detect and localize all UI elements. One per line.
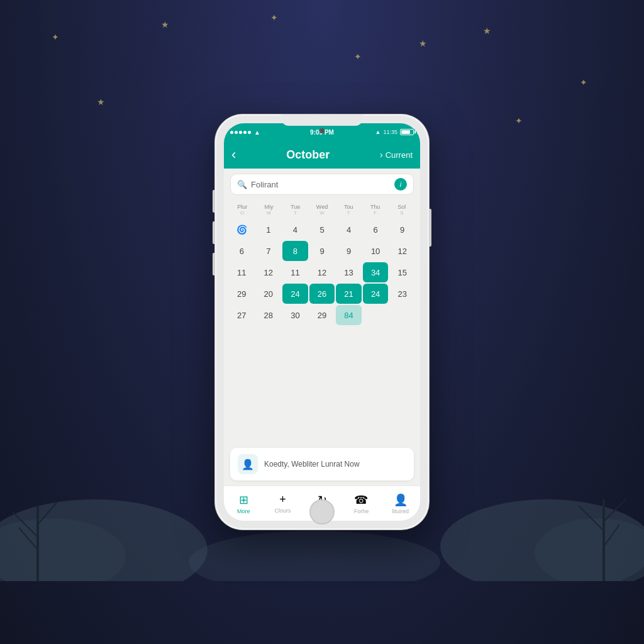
phone-notch — [281, 114, 363, 126]
header-title: October — [286, 148, 330, 162]
nav-label-0: More — [237, 508, 250, 514]
signal-dot-1 — [230, 131, 233, 134]
cal-cell-2-4[interactable]: 13 — [336, 262, 362, 282]
phone-frame: ▲ 9:09 PM ▲ 11:35 ‹ October › Current � — [215, 114, 429, 530]
cal-cell-4-0[interactable]: 27 — [229, 305, 255, 325]
carrier-time: 11:35 — [383, 129, 397, 135]
cal-cell-2-3[interactable]: 12 — [309, 262, 335, 282]
day-headers: PlurOMiyMTueTWedWTouTThuFSolS — [229, 203, 415, 217]
day-header-2: TueT — [282, 203, 309, 217]
cal-cell-2-6[interactable]: 15 — [389, 262, 415, 282]
nav-label-4: lituired — [392, 508, 409, 514]
search-info-button[interactable]: i — [394, 178, 407, 191]
event-text: Koedty, Webliter Lunrat Now — [264, 460, 360, 469]
event-card[interactable]: 👤 Koedty, Webliter Lunrat Now — [230, 448, 414, 480]
search-container: 🔍 Folirant i — [224, 169, 420, 200]
nav-label-3: Forhe — [354, 508, 369, 514]
nav-item-more[interactable]: ⊞More — [224, 493, 263, 514]
search-icon: 🔍 — [237, 180, 247, 189]
signal-dot-3 — [239, 131, 242, 134]
event-area: 👤 Koedty, Webliter Lunrat Now — [224, 443, 420, 486]
cal-cell-0-1[interactable]: 1 — [256, 219, 282, 240]
cal-cell-1-1[interactable]: 7 — [256, 241, 282, 261]
calendar-grid: 🌀145469678991012111211121334152920242621… — [229, 219, 415, 325]
calendar-header: ‹ October › Current — [224, 141, 420, 169]
cal-cell-4-4[interactable]: 84 — [336, 305, 362, 325]
cal-cell-2-2[interactable]: 11 — [282, 262, 308, 282]
header-right: › Current — [380, 150, 413, 160]
cal-cell-0-4[interactable]: 4 — [336, 219, 362, 240]
nav-item-lituired[interactable]: 👤lituired — [381, 493, 420, 514]
cal-cell-0-5[interactable]: 6 — [363, 219, 389, 240]
camera-dot — [319, 128, 325, 133]
cal-cell-0-0: 🌀 — [229, 219, 255, 240]
day-header-3: WedW — [309, 203, 335, 217]
cal-cell-4-3[interactable]: 29 — [309, 305, 335, 325]
cal-cell-3-2[interactable]: 24 — [282, 284, 308, 304]
carrier-signal-icon: ▲ — [375, 129, 381, 135]
cal-cell-0-2[interactable]: 4 — [282, 219, 308, 240]
nav-icon-3: ☎ — [354, 493, 368, 507]
event-avatar-icon: 👤 — [242, 458, 254, 470]
wifi-icon: ▲ — [254, 129, 260, 136]
phone-screen: ▲ 9:09 PM ▲ 11:35 ‹ October › Current � — [224, 123, 420, 521]
cal-cell-0-3[interactable]: 5 — [309, 219, 335, 240]
cal-cell-3-5[interactable]: 24 — [363, 284, 389, 304]
event-icon: 👤 — [238, 454, 258, 474]
search-bar[interactable]: 🔍 Folirant i — [230, 174, 414, 195]
nav-icon-0: ⊞ — [239, 493, 248, 507]
cal-cell-2-1[interactable]: 12 — [256, 262, 282, 282]
back-button[interactable]: ‹ — [231, 148, 236, 162]
day-header-6: SolS — [389, 203, 415, 217]
cal-cell-0-6[interactable]: 9 — [389, 219, 415, 240]
nav-icon-4: 👤 — [394, 493, 408, 507]
signal-dot-5 — [248, 131, 251, 134]
cal-cell-2-5[interactable]: 34 — [363, 262, 389, 282]
cal-cell-1-5[interactable]: 10 — [363, 241, 389, 261]
nav-item-clours[interactable]: +Clours — [263, 493, 302, 514]
cal-cell-3-4[interactable]: 21 — [336, 284, 362, 304]
current-button[interactable]: Current — [386, 150, 413, 160]
calendar-area: PlurOMiyMTueTWedWTouTThuFSolS 🌀145469678… — [224, 200, 420, 443]
cal-cell-3-1[interactable]: 20 — [256, 284, 282, 304]
cal-cell-4-6 — [389, 305, 415, 325]
cal-cell-1-6[interactable]: 12 — [389, 241, 415, 261]
nav-item-forhe[interactable]: ☎Forhe — [341, 493, 380, 514]
nav-icon-1: + — [279, 493, 286, 506]
home-button[interactable] — [309, 499, 335, 525]
battery-fill — [401, 130, 410, 134]
signal-dot-2 — [235, 131, 238, 134]
battery-icon — [400, 129, 414, 135]
cal-cell-1-4[interactable]: 9 — [336, 241, 362, 261]
day-header-0: PlurO — [229, 203, 255, 217]
cal-cell-3-6[interactable]: 23 — [389, 284, 415, 304]
day-header-5: ThuF — [362, 203, 388, 217]
cal-cell-3-0[interactable]: 29 — [229, 284, 255, 304]
signal-dot-4 — [243, 131, 247, 134]
status-right: ▲ 11:35 — [375, 129, 414, 135]
day-header-4: TouT — [335, 203, 362, 217]
nav-label-1: Clours — [275, 508, 291, 514]
cal-cell-4-5 — [363, 305, 389, 325]
cal-cell-1-3[interactable]: 9 — [309, 241, 335, 261]
cal-cell-1-0[interactable]: 6 — [229, 241, 255, 261]
forward-arrow-icon[interactable]: › — [380, 150, 383, 160]
status-left: ▲ — [230, 129, 260, 136]
search-input[interactable]: Folirant — [251, 180, 391, 189]
cal-cell-2-0[interactable]: 11 — [229, 262, 255, 282]
cal-cell-3-3[interactable]: 26 — [309, 284, 335, 304]
day-header-1: MiyM — [255, 203, 282, 217]
cal-cell-1-2[interactable]: 8 — [282, 241, 308, 261]
cal-cell-4-1[interactable]: 28 — [256, 305, 282, 325]
info-icon: i — [400, 180, 401, 188]
cal-cell-4-2[interactable]: 30 — [282, 305, 308, 325]
